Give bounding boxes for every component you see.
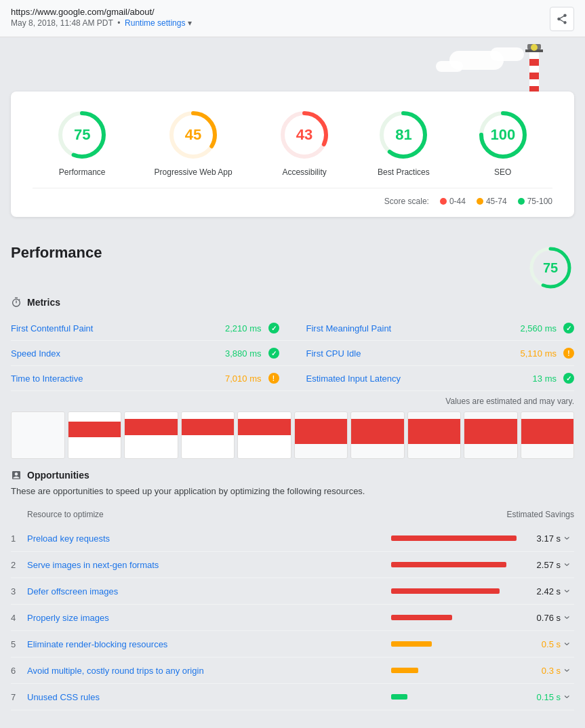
metrics-header: Metrics <box>11 297 574 308</box>
score-card: 75 Performance 45 Progressive Web App <box>11 92 574 217</box>
opp-index: 7 <box>11 692 27 702</box>
opp-bar <box>391 694 407 700</box>
score-value-seo: 100 <box>490 126 515 144</box>
metric-icon-eil: ✓ <box>563 373 574 384</box>
filmstrip <box>11 411 574 459</box>
scale-dot-red <box>440 198 447 205</box>
opportunity-row[interactable]: 5 Eliminate render-blocking resources 0.… <box>11 631 574 658</box>
film-frame-3 <box>124 411 178 459</box>
opportunity-row[interactable]: 3 Defer offscreen images 2.42 s <box>11 578 574 605</box>
metric-icon-tti: ! <box>268 373 279 384</box>
film-frame-2 <box>68 411 122 459</box>
expand-icon[interactable] <box>561 664 574 676</box>
opp-name: Unused CSS rules <box>27 692 391 702</box>
metric-icon-fmp: ✓ <box>563 323 574 333</box>
opportunities-header: Opportunities <box>11 470 574 481</box>
expand-icon[interactable] <box>561 585 574 597</box>
opp-name: Preload key requests <box>27 533 391 544</box>
share-button[interactable] <box>550 7 574 31</box>
opp-name: Eliminate render-blocking resources <box>27 639 391 649</box>
opp-bar <box>391 668 418 673</box>
svg-rect-3 <box>529 59 539 66</box>
opp-index: 6 <box>11 666 27 676</box>
metric-icon-fcp: ✓ <box>268 323 279 333</box>
runtime-settings-link[interactable]: Runtime settings <box>125 18 185 28</box>
film-frame-8 <box>407 411 462 459</box>
opp-bar-area <box>391 641 527 647</box>
scale-item-orange: 45-74 <box>477 197 507 206</box>
score-value-accessibility: 43 <box>296 126 312 144</box>
scale-range-green: 75-100 <box>527 197 552 206</box>
scale-item-green: 75-100 <box>518 197 552 206</box>
share-icon <box>556 13 568 25</box>
svg-rect-4 <box>529 66 539 73</box>
opp-value: 2.57 s <box>527 560 561 570</box>
opp-value: 3.17 s <box>527 533 561 544</box>
score-scale: Score scale: 0-44 45-74 75-100 <box>33 188 552 206</box>
col-resource: Resource to optimize <box>27 510 384 519</box>
opportunities-description: These are opportunities to speed up your… <box>11 486 574 496</box>
opp-name: Defer offscreen images <box>27 586 391 596</box>
opportunity-row[interactable]: 1 Preload key requests 3.17 s <box>11 525 574 552</box>
opp-value: 0.15 s <box>527 692 561 702</box>
opp-value: 2.42 s <box>527 586 561 596</box>
film-frame-6 <box>294 411 348 459</box>
score-item-performance[interactable]: 75 Performance <box>55 108 109 177</box>
opp-bar <box>391 588 500 594</box>
opp-bar-area <box>391 562 527 567</box>
main-content: Performance 75 Metrics First Contentful … <box>0 217 585 710</box>
expand-icon[interactable] <box>561 638 574 650</box>
score-label-performance: Performance <box>59 167 106 177</box>
svg-rect-6 <box>529 79 539 86</box>
opportunity-row[interactable]: 2 Serve images in next-gen formats 2.57 … <box>11 552 574 578</box>
film-frame-1 <box>11 411 65 459</box>
opportunities-table-header: Resource to optimize Estimated Savings <box>11 507 574 525</box>
metric-first-meaningful-paint: First Meaningful Paint 2,560 ms ✓ <box>293 316 575 341</box>
svg-point-10 <box>531 44 538 51</box>
film-frame-7 <box>350 411 405 459</box>
expand-icon[interactable] <box>561 691 574 703</box>
opportunity-row[interactable]: 6 Avoid multiple, costly round trips to … <box>11 658 574 684</box>
opp-bar <box>391 535 517 541</box>
opp-name: Avoid multiple, costly round trips to an… <box>27 666 391 676</box>
expand-icon[interactable] <box>561 559 574 571</box>
col-savings: Estimated Savings <box>384 510 574 519</box>
opp-index: 1 <box>11 533 27 544</box>
opp-index: 4 <box>11 613 27 623</box>
film-frame-5 <box>237 411 291 459</box>
score-item-best-practices[interactable]: 81 Best Practices <box>376 108 430 177</box>
expand-icon[interactable] <box>561 532 574 544</box>
header: https://www.google.com/gmail/about/ May … <box>0 0 585 37</box>
scale-range-red: 0-44 <box>449 197 466 206</box>
score-item-pwa[interactable]: 45 Progressive Web App <box>155 108 233 177</box>
opp-bar <box>391 562 506 567</box>
score-item-seo[interactable]: 100 SEO <box>476 108 530 177</box>
opportunities-list: 1 Preload key requests 3.17 s 2 Serve im… <box>11 525 574 710</box>
svg-rect-2 <box>529 52 539 59</box>
opp-bar <box>391 615 452 620</box>
score-label-accessibility: Accessibility <box>282 167 326 177</box>
opportunity-row[interactable]: 4 Properly size images 0.76 s <box>11 605 574 631</box>
opp-value: 0.76 s <box>527 613 561 623</box>
opp-name: Serve images in next-gen formats <box>27 560 391 570</box>
url-link[interactable]: https://www.google.com/gmail/about/ <box>11 7 155 17</box>
svg-rect-5 <box>529 73 539 79</box>
score-circle-seo: 100 <box>476 108 530 162</box>
score-item-accessibility[interactable]: 43 Accessibility <box>277 108 331 177</box>
score-label-best-practices: Best Practices <box>378 167 430 177</box>
timestamp: May 8, 2018, 11:48 AM PDT <box>11 18 113 28</box>
opportunities-label: Opportunities <box>27 470 89 481</box>
metric-estimated-input-latency: Estimated Input Latency 13 ms ✓ <box>293 366 575 391</box>
expand-icon[interactable] <box>561 611 574 624</box>
metrics-grid: First Contentful Paint 2,210 ms ✓ First … <box>11 316 574 391</box>
opportunities-section: Opportunities These are opportunities to… <box>11 470 574 710</box>
timer-icon <box>11 297 22 308</box>
opportunity-row[interactable]: 7 Unused CSS rules 0.15 s <box>11 684 574 710</box>
opp-bar-area <box>391 588 527 594</box>
metrics-label: Metrics <box>27 297 60 308</box>
perf-score-value: 75 <box>543 260 558 276</box>
film-frame-10 <box>521 411 575 459</box>
opportunities-icon <box>11 470 22 481</box>
score-label-seo: SEO <box>494 167 511 177</box>
metric-icon-fci: ! <box>563 348 574 359</box>
